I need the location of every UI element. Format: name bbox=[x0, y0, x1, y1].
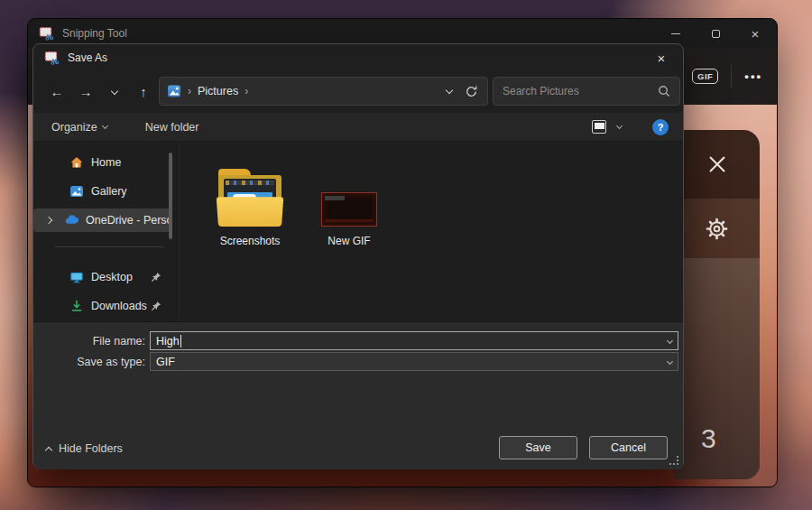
gif-overlay-panel: 3 bbox=[674, 130, 760, 479]
toolbar-separator bbox=[731, 65, 732, 88]
gif-format-button[interactable]: GIF bbox=[692, 69, 718, 84]
pictures-icon bbox=[167, 84, 181, 98]
file-name-input[interactable]: High bbox=[150, 331, 678, 350]
history-dropdown-button[interactable] bbox=[100, 78, 129, 105]
sidebar-item-onedrive[interactable]: OneDrive - Perso bbox=[33, 209, 171, 232]
snipping-tool-icon bbox=[39, 26, 54, 42]
close-button[interactable]: × bbox=[735, 19, 775, 48]
gif-thumbnail-icon bbox=[321, 192, 377, 227]
sidebar-item-gallery[interactable]: Gallery bbox=[33, 180, 171, 203]
file-name-label: Screenshots bbox=[220, 235, 281, 247]
chevron-up-icon bbox=[45, 446, 52, 453]
file-name-value: High bbox=[156, 335, 180, 348]
close-icon bbox=[704, 151, 731, 178]
chevron-down-icon bbox=[102, 122, 108, 128]
sidebar-item-label: Downloads bbox=[91, 300, 147, 312]
close-icon: × bbox=[658, 51, 666, 66]
file-item-new-gif[interactable]: New GIF bbox=[306, 158, 392, 247]
pin-icon[interactable] bbox=[151, 272, 161, 283]
breadcrumb-chevron: › bbox=[188, 85, 191, 97]
text-cursor bbox=[180, 335, 181, 348]
sidebar-item-label: Desktop bbox=[91, 271, 133, 283]
forward-button[interactable]: → bbox=[71, 78, 100, 105]
file-list: Screenshots New GIF bbox=[179, 142, 683, 321]
sidebar-scrollbar[interactable] bbox=[169, 153, 172, 239]
overlay-close-button[interactable] bbox=[674, 130, 760, 199]
pin-icon[interactable] bbox=[151, 301, 161, 311]
window-title: Snipping Tool bbox=[62, 27, 127, 40]
desktop-icon bbox=[69, 270, 84, 284]
maximize-button[interactable] bbox=[696, 19, 735, 48]
sidebar-item-label: OneDrive - Perso bbox=[86, 214, 171, 227]
chevron-down-icon bbox=[111, 88, 118, 95]
hide-folders-button[interactable]: Hide Folders bbox=[46, 442, 123, 455]
save-as-dialog: Save As × ← → ↑ › Pictures › bbox=[32, 43, 684, 469]
sidebar-item-desktop[interactable]: Desktop bbox=[33, 265, 171, 289]
sidebar-item-label: Gallery bbox=[91, 185, 127, 198]
search-box bbox=[493, 77, 680, 106]
home-icon bbox=[69, 155, 84, 170]
folder-icon bbox=[216, 169, 284, 227]
save-type-select[interactable]: GIF bbox=[150, 352, 678, 371]
maximize-icon bbox=[712, 30, 720, 38]
new-folder-label: New folder bbox=[145, 121, 199, 134]
address-bar[interactable]: › Pictures › bbox=[159, 77, 488, 106]
onedrive-icon bbox=[64, 213, 78, 227]
dialog-title: Save As bbox=[68, 51, 107, 64]
sidebar-item-downloads[interactable]: Downloads bbox=[33, 294, 171, 318]
chevron-down-icon[interactable] bbox=[667, 358, 673, 365]
breadcrumb-pictures[interactable]: Pictures bbox=[198, 85, 238, 97]
chevron-down-icon[interactable] bbox=[667, 338, 673, 344]
view-mode-button[interactable] bbox=[592, 120, 606, 134]
search-input[interactable] bbox=[503, 85, 658, 97]
view-dropdown-chevron-icon[interactable] bbox=[616, 123, 623, 129]
command-bar: Organize New folder ? bbox=[33, 113, 683, 142]
snipping-tool-icon bbox=[44, 51, 60, 66]
save-type-value: GIF bbox=[156, 356, 175, 368]
save-button[interactable]: Save bbox=[499, 436, 577, 459]
dialog-close-button[interactable]: × bbox=[645, 44, 678, 71]
sidebar-divider bbox=[55, 246, 163, 247]
file-name-field-label: File name: bbox=[33, 335, 145, 348]
breadcrumb-chevron: › bbox=[245, 85, 248, 97]
search-icon bbox=[658, 85, 670, 97]
save-type-field-label: Save as type: bbox=[33, 356, 145, 368]
file-item-screenshots[interactable]: Screenshots bbox=[198, 158, 302, 247]
hide-folders-label: Hide Folders bbox=[59, 442, 123, 455]
close-icon: × bbox=[752, 27, 760, 41]
dialog-body: Home Gallery bbox=[33, 142, 683, 321]
sidebar-item-home[interactable]: Home bbox=[33, 151, 171, 174]
organize-label: Organize bbox=[51, 121, 97, 134]
gallery-icon bbox=[69, 184, 84, 199]
dialog-titlebar: Save As × bbox=[33, 44, 683, 71]
up-button[interactable]: ↑ bbox=[129, 78, 158, 105]
cancel-button[interactable]: Cancel bbox=[589, 436, 668, 459]
refresh-button[interactable] bbox=[465, 85, 478, 98]
new-folder-button[interactable]: New folder bbox=[145, 121, 199, 134]
minimize-icon bbox=[671, 33, 680, 34]
gear-icon bbox=[705, 217, 729, 241]
countdown-text: 3 bbox=[701, 423, 716, 454]
downloads-icon bbox=[69, 299, 84, 313]
dialog-footer: File name: High Save as type: GIF Hide F… bbox=[33, 321, 683, 469]
file-name-label: New GIF bbox=[328, 235, 370, 247]
overlay-settings-button[interactable] bbox=[674, 199, 760, 258]
sidebar-item-label: Home bbox=[91, 156, 121, 169]
help-button[interactable]: ? bbox=[652, 119, 669, 135]
address-dropdown-chevron-icon[interactable] bbox=[446, 86, 453, 93]
expand-chevron-icon[interactable] bbox=[45, 217, 52, 224]
organize-button[interactable]: Organize bbox=[51, 121, 107, 134]
refresh-icon bbox=[465, 85, 478, 98]
navigation-sidebar: Home Gallery bbox=[33, 142, 178, 321]
resize-grip[interactable] bbox=[669, 456, 678, 465]
back-button[interactable]: ← bbox=[42, 78, 71, 105]
more-options-button[interactable]: ••• bbox=[744, 70, 762, 83]
overlay-body bbox=[674, 258, 760, 479]
